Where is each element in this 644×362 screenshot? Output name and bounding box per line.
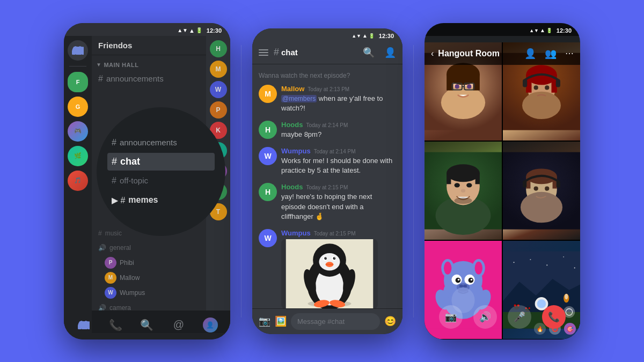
server-icon-2[interactable]: G [68, 97, 88, 117]
wifi-icon-3: ▲ [540, 27, 545, 33]
nav-discord[interactable] [75, 316, 92, 334]
channel-name-chat-popup: chat [120, 156, 140, 167]
video-call-controls: 📷 🔊 🎤 📞 [425, 305, 580, 329]
separator-2 [413, 45, 414, 317]
camera-toggle-button[interactable]: 📷 [439, 305, 463, 329]
person-3-face [425, 142, 502, 240]
hoods-msg-text-1: maybe 8pm? [281, 130, 396, 139]
status-bar-3: ▲▼ ▲ 🔋 12:30 [425, 23, 580, 36]
person-portrait-svg-4 [503, 142, 580, 240]
signal-icon-2: ▲▼ [352, 33, 361, 39]
server-icon-3[interactable]: 🎮 [68, 121, 88, 142]
svg-point-70 [458, 279, 460, 281]
more-icon-video[interactable]: ⋯ [565, 48, 574, 58]
nav-profile[interactable]: 👤 [202, 316, 219, 334]
svg-point-82 [563, 256, 564, 257]
battery-icon-2: 🔋 [369, 33, 375, 39]
wumpus-username-2: Wumpus [281, 229, 311, 237]
hamburger-menu[interactable] [259, 49, 268, 56]
hoods-avatar-1: H [259, 121, 277, 139]
hoods-username-2: Hoods [281, 183, 303, 191]
speaker-icon: 🔊 [98, 244, 106, 252]
mic-button[interactable]: 🎤 [508, 305, 531, 329]
message-input-placeholder: Message #chat [297, 317, 345, 326]
discord-home-button[interactable] [68, 40, 88, 61]
mention-tag: @members [281, 95, 317, 102]
wumpus-avatar-chat-2: W [259, 229, 277, 247]
message-wumpus-image: W Wumpus Today at 2:15 PM [252, 227, 402, 311]
hash-icon-5: ▶ # [112, 195, 125, 205]
phone-2: ▲▼ ▲ 🔋 12:30 # chat 🔍 👤 [252, 28, 402, 334]
svg-point-79 [514, 262, 515, 263]
end-call-button[interactable]: 📞 [542, 305, 566, 329]
channel-name-offtopic-popup: off-topic [120, 176, 148, 185]
wumpus-avatar-small: W [105, 287, 116, 299]
wumpus-image-content: Wumpus Today at 2:15 PM [281, 229, 396, 309]
hoods-message-content-1: Hoods Today at 2:14 PM maybe 8pm? [281, 121, 396, 139]
mallow-msg-header: Mallow Today at 2:13 PM [281, 85, 396, 93]
server-icon-1[interactable]: F [68, 72, 88, 92]
image-icon-input[interactable]: 🖼️ [275, 315, 287, 327]
message-input[interactable]: Message #chat [291, 313, 380, 330]
battery-icon: 🔋 [196, 27, 202, 33]
chat-messages-area: Wanna watch the next episode? M Mallow T… [252, 64, 402, 328]
svg-point-11 [334, 257, 335, 258]
channel-offtopic-popup[interactable]: # off-topic [107, 173, 215, 189]
wumpus-msg-text: Works for me! I should be done with prac… [281, 156, 396, 175]
back-chevron-icon[interactable]: ‹ [431, 49, 434, 58]
channel-chat-popup[interactable]: # chat [107, 153, 215, 171]
svg-point-20 [441, 86, 485, 119]
channel-memes-popup[interactable]: ▶ # memes [107, 192, 215, 209]
wifi-icon: ▲ [189, 27, 195, 34]
wumpus-msg-header-2: Wumpus Today at 2:15 PM [281, 229, 396, 237]
hash-icon-3: # [112, 156, 117, 167]
mallow-username: Mallow [281, 85, 304, 93]
svg-point-10 [333, 257, 336, 260]
camera-icon-input[interactable]: 📷 [259, 315, 270, 327]
channel-announcements-popup[interactable]: # announcements [107, 135, 215, 151]
mallow-name-small: Mallow [120, 274, 140, 282]
nav-phone[interactable]: 📞 [107, 316, 124, 334]
penguin-svg [281, 239, 378, 309]
svg-point-47 [461, 189, 465, 192]
person-4-face [503, 142, 580, 240]
svg-point-58 [545, 186, 549, 190]
svg-point-64 [444, 262, 451, 275]
emoji-icon-input[interactable]: 😊 [384, 315, 396, 327]
svg-point-71 [471, 279, 473, 281]
svg-point-46 [466, 183, 472, 187]
volume-button[interactable]: 🔊 [473, 305, 497, 329]
svg-point-37 [534, 85, 538, 90]
search-icon-chat[interactable]: 🔍 [363, 47, 375, 58]
channel-name-memes-popup: memes [128, 195, 158, 205]
svg-point-8 [326, 257, 327, 258]
svg-point-51 [521, 192, 562, 223]
signal-icon: ▲▼ [177, 27, 188, 33]
video-grid: 🔥 ⭕ 🎯 [425, 42, 580, 339]
mallow-msg-text: @members when are y'all free to watch?! [281, 94, 396, 113]
collapse-icon[interactable]: ▼ [96, 62, 101, 68]
svg-point-80 [530, 259, 531, 260]
nav-mention[interactable]: @ [170, 316, 187, 334]
right-avatar-1: H [210, 40, 227, 57]
video-cell-3 [425, 142, 502, 240]
wumpus-name-small: Wumpus [120, 289, 145, 297]
svg-point-73 [459, 285, 463, 288]
message-mallow-1: M Mallow Today at 2:13 PM @members when … [252, 83, 402, 115]
svg-point-81 [546, 265, 547, 266]
svg-point-57 [534, 186, 538, 190]
server-icon-5[interactable]: 🎵 [68, 171, 88, 191]
channel-list-area: Friendos ⋯ ▼ MAIN HALL # announcements # [92, 36, 230, 333]
svg-point-65 [475, 262, 482, 275]
svg-rect-43 [447, 173, 451, 184]
separator-1 [241, 45, 241, 317]
hoods-msg-time-2: Today at 2:15 PM [306, 184, 348, 190]
screen-share-icon[interactable]: 👤 [524, 48, 536, 60]
add-member-icon[interactable]: 👥 [545, 48, 557, 60]
status-bar-2: ▲▼ ▲ 🔋 12:30 [252, 28, 402, 41]
mallow-msg-time: Today at 2:13 PM [308, 86, 349, 92]
wumpus-msg-header: Wumpus Today at 2:14 PM [281, 147, 396, 155]
server-icon-4[interactable]: 🌿 [68, 146, 88, 166]
nav-search[interactable]: 🔍 [138, 316, 156, 334]
members-icon[interactable]: 👤 [384, 47, 396, 58]
